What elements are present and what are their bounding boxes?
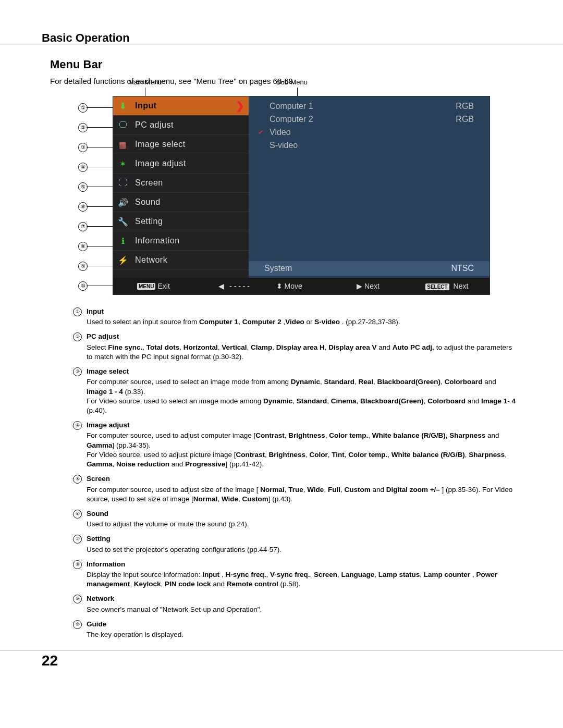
osd-window: ⬇ Input ❯ 🖵 PC adjust ▦ Image select ✶ I… xyxy=(113,96,490,295)
osd-main-menu: ⬇ Input ❯ 🖵 PC adjust ▦ Image select ✶ I… xyxy=(113,96,249,294)
page-number: 22 xyxy=(42,652,537,669)
submenu-computer2-label: Computer 2 xyxy=(270,115,313,124)
desc-num: ⑦ xyxy=(73,535,82,544)
next-arrow-icon: ▶ xyxy=(357,282,362,290)
desc-title: Guide xyxy=(87,620,516,629)
desc-body: Select Fine sync., Total dots, Horizonta… xyxy=(87,343,512,361)
submenu-video[interactable]: Video xyxy=(249,126,489,139)
desc-body: For computer source, used to adjust comp… xyxy=(87,431,507,468)
desc-body: Display the input source information: In… xyxy=(87,571,497,588)
menu-input-label: Input xyxy=(135,101,157,110)
description-item: ②PC adjustSelect Fine sync., Total dots,… xyxy=(73,332,516,362)
desc-title: Image adjust xyxy=(87,421,516,430)
footer-exit[interactable]: Exit xyxy=(157,282,169,290)
image-select-icon: ▦ xyxy=(116,139,130,150)
callout-4: ④ xyxy=(78,163,88,172)
menu-setting[interactable]: 🔧 Setting xyxy=(113,212,249,231)
desc-num: ⑧ xyxy=(73,560,82,569)
menu-image-select[interactable]: ▦ Image select xyxy=(113,135,249,154)
desc-num: ⑨ xyxy=(73,595,82,603)
desc-body: For computer source, used to adjust size… xyxy=(87,486,512,503)
menu-information-label: Information xyxy=(135,236,180,245)
screen-icon: ⛶ xyxy=(116,177,130,189)
move-arrow-icon: ⬍ xyxy=(276,282,283,290)
desc-body: Used to select an input source from Comp… xyxy=(87,318,400,326)
submenu-computer2-value: RGB xyxy=(456,115,474,124)
submenu-system[interactable]: System NTSC xyxy=(249,261,489,276)
pc-adjust-icon: 🖵 xyxy=(116,119,130,131)
desc-num: ⑥ xyxy=(73,510,82,519)
desc-title: PC adjust xyxy=(87,332,516,341)
top-rule xyxy=(0,44,563,44)
submenu-svideo-label: S-video xyxy=(270,141,298,150)
desc-body: For computer source, used to select an i… xyxy=(87,378,516,414)
label-main-menu: Main Menu xyxy=(128,78,162,86)
menu-setting-label: Setting xyxy=(135,217,163,226)
menu-image-adjust[interactable]: ✶ Image adjust xyxy=(113,154,249,174)
submenu-svideo[interactable]: S-video xyxy=(249,139,489,152)
desc-title: Setting xyxy=(87,534,516,544)
description-item: ⑨NetworkSee owner's manual of "Network S… xyxy=(73,594,516,614)
footer-next[interactable]: Next xyxy=(364,282,380,290)
submenu-system-value: NTSC xyxy=(451,264,474,273)
desc-title: Information xyxy=(87,560,516,569)
footer-move[interactable]: Move xyxy=(284,282,302,290)
description-item: ①InputUsed to select an input source fro… xyxy=(73,307,516,327)
menu-screen-label: Screen xyxy=(135,178,163,188)
footer-next2[interactable]: Next xyxy=(454,282,469,290)
menu-network-label: Network xyxy=(135,255,167,265)
subsection-title: Menu Bar xyxy=(50,58,537,71)
menu-sound[interactable]: 🔊 Sound xyxy=(113,193,249,212)
desc-body: The key operation is displayed. xyxy=(87,631,183,638)
menu-image-adjust-label: Image adjust xyxy=(135,159,186,168)
chevron-right-icon: ❯ xyxy=(236,100,245,112)
callout-10: ⑩ xyxy=(78,281,88,291)
information-icon: ℹ xyxy=(116,235,130,246)
description-item: ④Image adjustFor computer source, used t… xyxy=(73,421,516,469)
description-item: ⑧InformationDisplay the input source inf… xyxy=(73,560,516,589)
desc-title: Image select xyxy=(87,367,516,376)
callout-1: ① xyxy=(78,103,88,113)
desc-num: ⑤ xyxy=(73,475,82,484)
description-item: ⑩GuideThe key operation is displayed. xyxy=(73,620,516,639)
description-item: ③Image selectFor computer source, used t… xyxy=(73,367,516,415)
desc-num: ③ xyxy=(73,367,82,376)
menu-badge: MENU xyxy=(137,283,155,290)
menu-screen[interactable]: ⛶ Screen xyxy=(113,174,249,193)
menu-network[interactable]: ⚡ Network xyxy=(113,251,249,270)
footer-left-arrow: ◀ xyxy=(218,282,224,290)
submenu-system-label: System xyxy=(264,264,292,273)
menu-pc-adjust-label: PC adjust xyxy=(135,120,174,130)
callout-9: ⑨ xyxy=(78,262,88,271)
callout-5: ⑤ xyxy=(78,182,88,192)
menu-input[interactable]: ⬇ Input ❯ xyxy=(113,96,249,116)
desc-body: See owner's manual of "Network Set-up an… xyxy=(87,606,262,613)
section-title: Basic Operation xyxy=(42,31,537,45)
input-icon: ⬇ xyxy=(116,100,130,112)
setting-icon: 🔧 xyxy=(116,216,130,227)
menu-sound-label: Sound xyxy=(135,198,161,207)
submenu-computer2[interactable]: Computer 2 RGB xyxy=(249,113,489,126)
desc-title: Screen xyxy=(87,474,516,484)
menu-pc-adjust[interactable]: 🖵 PC adjust xyxy=(113,116,249,135)
desc-num: ⑩ xyxy=(73,620,82,629)
menu-diagram: Main Menu Sub-Menu ① ② ③ ④ ⑤ ⑥ ⑦ ⑧ ⑨ ⑩ ⬇… xyxy=(78,96,490,302)
submenu-computer1[interactable]: Computer 1 RGB xyxy=(249,100,489,113)
network-icon: ⚡ xyxy=(116,254,130,266)
callout-7: ⑦ xyxy=(78,222,88,231)
description-item: ⑥SoundUsed to adjust the volume or mute … xyxy=(73,509,516,529)
description-item: ⑦SettingUsed to set the projector's oper… xyxy=(73,534,516,554)
description-item: ⑤ScreenFor computer source, used to adju… xyxy=(73,474,516,504)
footer-dashes: - - - - - xyxy=(229,282,250,290)
submenu-computer1-value: RGB xyxy=(456,102,474,111)
callout-3: ③ xyxy=(78,143,88,152)
select-badge: SELECT xyxy=(425,283,449,290)
sound-icon: 🔊 xyxy=(116,196,130,208)
label-sub-menu: Sub-Menu xyxy=(276,78,308,86)
image-adjust-icon: ✶ xyxy=(116,158,130,169)
desc-num: ① xyxy=(73,307,82,316)
callout-8: ⑧ xyxy=(78,242,88,251)
callout-6: ⑥ xyxy=(78,202,88,212)
label-main-menu-line xyxy=(145,88,145,96)
menu-information[interactable]: ℹ Information xyxy=(113,231,249,251)
